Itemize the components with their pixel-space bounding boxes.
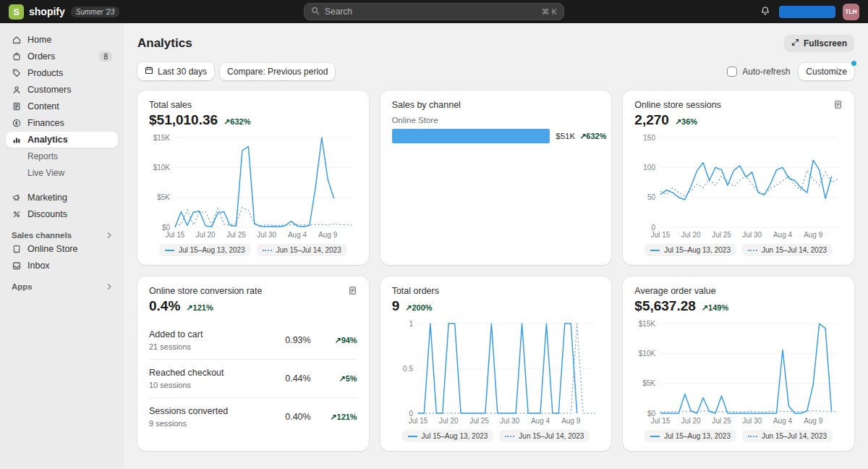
notifications-button[interactable]	[759, 4, 772, 20]
svg-text:Jul 15: Jul 15	[651, 231, 671, 239]
svg-text:Aug 4: Aug 4	[773, 417, 793, 425]
report-icon[interactable]	[833, 100, 843, 109]
svg-text:Jul 30: Jul 30	[743, 231, 762, 239]
sidebar-item-label: Online Store	[27, 244, 77, 254]
sidebar-section-apps[interactable]: Apps	[12, 282, 112, 291]
total-orders-chart: 00.51Jul 15Jul 20Jul 25Jul 30Aug 4Aug 9	[392, 318, 600, 426]
sidebar-item-label: Finances	[27, 118, 64, 128]
average-order-value-chart: $0$5K$10K$15KJul 15Jul 20Jul 25Jul 30Aug…	[634, 318, 842, 426]
sidebar-item-content[interactable]: Content	[6, 98, 118, 114]
card-total-sales: Total sales $51,010.36 ↗632% $0$5K$10K$1…	[137, 90, 369, 265]
metric-delta: ↗632%	[224, 117, 250, 127]
channel-label: Online Store	[392, 116, 600, 124]
svg-text:$15K: $15K	[639, 320, 656, 328]
svg-text:Aug 9: Aug 9	[804, 231, 823, 239]
card-title: Total orders	[392, 286, 439, 296]
sidebar-item-customers[interactable]: Customers	[6, 82, 118, 98]
marketing-icon	[12, 193, 22, 203]
svg-text:1: 1	[409, 320, 413, 328]
sidebar-item-reports[interactable]: Reports	[6, 148, 118, 164]
svg-text:50: 50	[647, 193, 656, 201]
svg-text:Aug 4: Aug 4	[288, 231, 307, 239]
home-icon	[12, 35, 22, 45]
svg-text:Jul 25: Jul 25	[712, 417, 731, 425]
card-title: Average order value	[634, 286, 715, 296]
sidebar-item-analytics[interactable]: Analytics	[6, 132, 118, 148]
sidebar-item-label: Marketing	[27, 193, 67, 203]
topbar: S shopify Summer '23 Search ⌘ K TLH	[0, 0, 868, 23]
date-range-button[interactable]: Last 30 days	[137, 62, 214, 80]
compare-button[interactable]: Compare: Previous period	[220, 63, 335, 80]
notification-dot	[851, 61, 856, 66]
solid-line-icon	[165, 250, 174, 251]
products-icon	[12, 68, 22, 78]
store-name-pill[interactable]	[779, 6, 835, 18]
calendar-icon	[145, 66, 153, 77]
funnel-row-sessions-converted: Sessions converted 9 sessions 0.40% ↗121…	[149, 398, 357, 436]
legend-previous[interactable]: Jun 15–Jul 14, 2023	[257, 244, 347, 256]
svg-text:Aug 9: Aug 9	[318, 231, 338, 239]
card-title: Sales by channel	[392, 100, 461, 110]
legend-previous[interactable]: Jun 15–Jul 14, 2023	[742, 430, 833, 442]
metric-value: 9	[392, 298, 400, 314]
sidebar-item-home[interactable]: Home	[6, 32, 118, 48]
card-title: Online store conversion rate	[149, 286, 262, 296]
solid-line-icon	[650, 436, 660, 437]
page-title: Analytics	[137, 36, 192, 51]
shopify-logo-icon[interactable]: S	[9, 4, 24, 20]
sidebar-item-orders[interactable]: Orders 8	[6, 48, 118, 64]
legend-current[interactable]: Jul 15–Aug 13, 2023	[644, 430, 736, 442]
sidebar-item-label: Content	[27, 101, 59, 111]
sidebar-item-marketing[interactable]: Marketing	[6, 190, 118, 206]
svg-text:150: 150	[644, 134, 656, 142]
auto-refresh-checkbox[interactable]	[727, 67, 737, 77]
version-badge: Summer '23	[71, 7, 120, 17]
customize-button[interactable]: Customize	[799, 63, 854, 80]
sidebar-item-discounts[interactable]: Discounts	[6, 206, 118, 222]
search-input[interactable]: Search ⌘ K	[304, 3, 564, 20]
funnel-row-added-to-cart: Added to cart 21 sessions 0.93% ↗94%	[149, 321, 357, 360]
funnel-rows: Added to cart 21 sessions 0.93% ↗94% Rea…	[149, 321, 357, 436]
svg-text:Jul 15: Jul 15	[651, 417, 671, 425]
user-avatar[interactable]: TLH	[843, 4, 859, 20]
sidebar-item-label: Analytics	[27, 135, 68, 145]
svg-text:Jul 25: Jul 25	[712, 231, 731, 239]
sidebar-item-live-view[interactable]: Live View	[6, 165, 118, 181]
svg-text:$0: $0	[162, 224, 171, 232]
legend-previous[interactable]: Jun 15–Jul 14, 2023	[499, 430, 590, 442]
sidebar-item-label: Home	[27, 35, 51, 45]
store-icon	[12, 244, 22, 254]
card-title: Online store sessions	[634, 100, 721, 110]
bell-icon	[760, 6, 770, 18]
card-online-store-sessions: Online store sessions 2,270 ↗36% 0501001…	[623, 90, 854, 265]
card-total-orders: Total orders 9 ↗200% 00.51Jul 15Jul 20Ju…	[380, 276, 612, 451]
funnel-row-reached-checkout: Reached checkout 10 sessions 0.44% ↗5%	[149, 360, 357, 398]
auto-refresh-toggle[interactable]: Auto-refresh	[727, 67, 790, 77]
fullscreen-button[interactable]: Fullscreen	[784, 35, 854, 52]
metric-value: $51,010.36	[149, 112, 218, 128]
legend-previous[interactable]: Jun 15–Jul 14, 2023	[742, 244, 833, 256]
search-shortcut: ⌘ K	[542, 7, 557, 17]
divider	[6, 182, 118, 189]
svg-text:Jul 20: Jul 20	[681, 417, 701, 425]
sidebar-item-inbox[interactable]: Inbox	[6, 258, 118, 274]
legend-current[interactable]: Jul 15–Aug 13, 2023	[402, 430, 494, 442]
legend-current[interactable]: Jul 15–Aug 13, 2023	[644, 244, 736, 256]
card-conversion-rate: Online store conversion rate 0.4% ↗121% …	[137, 276, 369, 451]
legend-current[interactable]: Jul 15–Aug 13, 2023	[159, 244, 251, 256]
sidebar-item-finances[interactable]: Finances	[6, 115, 118, 131]
sessions-chart: 050100150Jul 15Jul 20Jul 25Jul 30Aug 4Au…	[634, 132, 842, 240]
sidebar-item-products[interactable]: Products	[6, 65, 118, 81]
svg-text:$10K: $10K	[153, 164, 171, 172]
report-icon[interactable]	[348, 286, 357, 295]
brand-name: shopify	[29, 6, 65, 17]
dotted-line-icon	[263, 250, 272, 251]
main-content: Analytics Fullscreen Last 30 days Compar…	[124, 23, 868, 469]
inbox-icon	[12, 261, 22, 271]
svg-text:$15K: $15K	[153, 134, 171, 142]
sidebar-section-sales-channels[interactable]: Sales channels	[12, 231, 112, 240]
sidebar-item-online-store[interactable]: Online Store	[6, 241, 118, 257]
dotted-line-icon	[505, 436, 514, 437]
chevron-right-icon	[106, 283, 112, 290]
orders-icon	[12, 51, 22, 62]
